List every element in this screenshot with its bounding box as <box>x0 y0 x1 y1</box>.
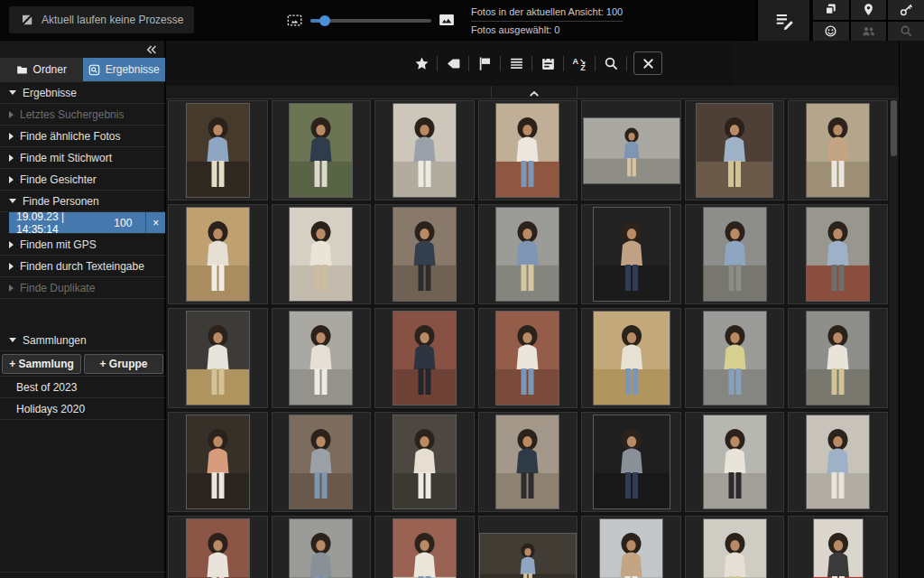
photo-thumbnail[interactable] <box>685 308 785 408</box>
sidebar-item-letztes-suchergebnis[interactable]: Letztes Suchergebnis <box>0 104 165 126</box>
flag-icon <box>477 56 493 71</box>
triangle-down-icon[interactable] <box>9 90 16 95</box>
triangle-right-icon[interactable] <box>9 241 14 248</box>
photo-thumbnail[interactable] <box>788 308 888 408</box>
count-selected: Fotos ausgewählt: 0 <box>471 22 623 35</box>
triangle-right-icon[interactable] <box>9 154 14 162</box>
collection-item[interactable]: Best of 2023 <box>0 377 165 398</box>
collection-item[interactable]: Holidays 2020 <box>0 398 165 420</box>
photo-thumbnail[interactable] <box>788 516 888 578</box>
slider-thumb[interactable] <box>319 15 330 26</box>
sidebar-item-label: Finde mit Stichwort <box>20 152 112 164</box>
search-result-item[interactable]: 19.09.23 | 14:35:14 100 × <box>9 212 165 234</box>
photo-thumbnail[interactable] <box>272 412 372 512</box>
tag-button[interactable] <box>441 51 465 75</box>
photo-thumbnail[interactable] <box>685 204 785 304</box>
sidebar-item-ergebnisse[interactable]: Ergebnisse <box>0 82 165 104</box>
photo-thumbnail[interactable] <box>581 204 681 304</box>
triangle-right-icon[interactable] <box>9 111 14 118</box>
sidebar-item-finde-mit-stichwort[interactable]: Finde mit Stichwort <box>0 147 165 169</box>
grid-scrollbar[interactable] <box>890 100 898 578</box>
flag-button[interactable] <box>473 51 496 75</box>
people-button[interactable] <box>851 22 887 42</box>
toolbar-divider <box>500 56 501 71</box>
photo-thumbnail[interactable] <box>374 308 475 408</box>
faces-icon <box>824 24 837 38</box>
scrollbar-thumb[interactable] <box>891 100 897 156</box>
tab-ordner[interactable]: Ordner <box>0 58 83 81</box>
location-pin-button[interactable] <box>851 0 887 20</box>
photo-thumbnail[interactable] <box>788 204 888 304</box>
photo-thumbnail[interactable] <box>272 516 372 578</box>
list-button[interactable] <box>504 51 528 75</box>
photo-thumbnail[interactable] <box>685 412 785 512</box>
photo-thumbnail[interactable] <box>272 100 372 200</box>
add-collection-button[interactable]: + Sammlung <box>2 354 81 374</box>
tab-ergebnisse[interactable]: Ergebnisse <box>83 58 166 81</box>
photo-thumbnail[interactable] <box>272 204 372 304</box>
tab-ergebnisse-label: Ergebnisse <box>106 63 160 76</box>
collection-item-label: Holidays 2020 <box>16 403 85 415</box>
collection-buttons: + Sammlung + Gruppe <box>0 351 165 377</box>
photo-thumbnail[interactable] <box>272 308 372 408</box>
sidebar-item-finden-durch-texteingabe[interactable]: Finden durch Texteingabe <box>0 256 165 277</box>
photo-thumbnail[interactable] <box>478 516 578 578</box>
photo-thumbnail[interactable] <box>168 412 268 512</box>
filter-icons: AZ <box>410 49 662 78</box>
faces-button[interactable] <box>813 22 849 42</box>
count-in-view: Fotos in der aktuellen Ansicht: 100 <box>471 5 623 22</box>
photo-thumbnail[interactable] <box>374 100 475 200</box>
photo-thumbnail[interactable] <box>685 516 785 578</box>
sidebar-item-finde-gesichter[interactable]: Finde Gesichter <box>0 169 165 191</box>
sidebar-item-finde-duplikate[interactable]: Finde Duplikate <box>0 277 165 299</box>
triangle-right-icon[interactable] <box>9 263 14 270</box>
collapse-toolbar-button[interactable] <box>491 86 578 99</box>
mode-icon-grid <box>813 0 924 41</box>
toolbar-divider <box>563 56 564 71</box>
photo-thumbnail[interactable] <box>478 308 578 408</box>
calendar-button[interactable] <box>536 51 559 75</box>
photo-thumbnail[interactable] <box>168 204 268 304</box>
add-group-button[interactable]: + Gruppe <box>84 354 163 374</box>
search-button[interactable] <box>599 51 623 75</box>
photo-thumbnail[interactable] <box>478 412 578 512</box>
photo-thumbnail[interactable] <box>581 516 681 578</box>
photo-thumbnail[interactable] <box>788 100 888 200</box>
triangle-right-icon[interactable] <box>9 284 14 292</box>
key-button[interactable] <box>888 0 924 20</box>
star-button[interactable] <box>410 51 433 75</box>
photo-thumbnail[interactable] <box>788 412 888 512</box>
photo-thumbnail[interactable] <box>581 100 681 200</box>
triangle-right-icon[interactable] <box>9 176 14 183</box>
remove-result-button[interactable]: × <box>145 212 165 233</box>
photo-thumbnail[interactable] <box>168 100 268 200</box>
sidebar-collapse-icon[interactable] <box>145 43 158 55</box>
thumbnail-size-slider[interactable] <box>310 19 431 23</box>
photo-thumbnail[interactable] <box>168 308 268 408</box>
thumbnail-small-icon[interactable] <box>287 13 302 28</box>
sidebar-item-finden-mit-gps[interactable]: Finden mit GPS <box>0 234 165 256</box>
sidebar-item-finde-hnliche-fotos[interactable]: Finde ähnliche Fotos <box>0 126 165 147</box>
search-button[interactable] <box>888 22 924 42</box>
photo-thumbnail[interactable] <box>581 308 681 408</box>
photo-thumbnail[interactable] <box>478 100 578 200</box>
photo-thumbnail[interactable] <box>685 100 785 200</box>
sidebar-divider <box>0 572 165 573</box>
triangle-right-icon[interactable] <box>9 133 14 140</box>
triangle-down-icon[interactable] <box>9 199 16 203</box>
photo-thumbnail[interactable] <box>168 516 268 578</box>
collections-header[interactable]: Sammlungen <box>0 330 165 351</box>
edit-keywords-button[interactable] <box>756 0 811 41</box>
key-icon <box>900 3 913 16</box>
photo-thumbnail[interactable] <box>374 412 475 512</box>
photo-thumbnail[interactable] <box>581 412 681 512</box>
photo-thumbnail[interactable] <box>374 516 475 578</box>
sort-az-button[interactable]: AZ <box>568 51 591 75</box>
close-filter-button[interactable] <box>633 51 662 75</box>
sidebar-item-finde-personen[interactable]: Finde Personen <box>0 191 165 212</box>
photo-thumbnail[interactable] <box>478 204 578 304</box>
thumbnail-large-icon[interactable] <box>439 12 455 28</box>
people-icon <box>862 24 875 38</box>
photo-thumbnail[interactable] <box>374 204 475 304</box>
copy-stack-button[interactable] <box>813 0 849 20</box>
